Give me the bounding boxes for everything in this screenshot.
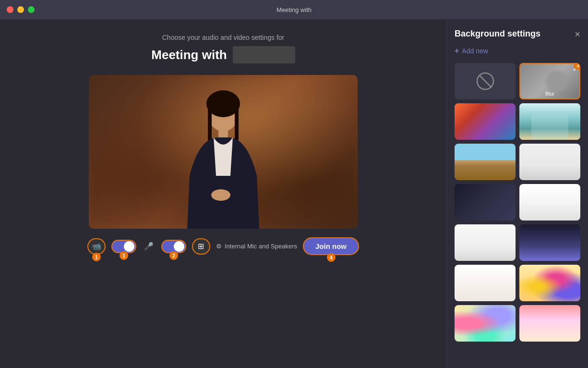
mic-icon: 🎤 [144, 242, 154, 251]
badge-1: 1 [92, 253, 101, 261]
bg-city-item[interactable] [519, 224, 580, 261]
plus-icon: + [455, 47, 459, 55]
meeting-title-text: Meeting with [151, 48, 227, 62]
bg-balloons-item[interactable] [519, 265, 580, 301]
video-preview [89, 75, 358, 229]
bg-office-item[interactable] [519, 103, 580, 140]
background-grid: 3 ✓ Blur [455, 63, 580, 342]
add-new-button[interactable]: + Add new [455, 47, 580, 55]
bg-none-item[interactable] [455, 63, 516, 99]
grid-icon: ⊞ [198, 242, 204, 251]
join-group: Join now 4 [303, 237, 359, 255]
camera-button[interactable]: 📹 [87, 238, 106, 255]
badge-1b: 1 [120, 251, 128, 260]
bg-minimal-item[interactable] [455, 224, 516, 261]
bg-header: Background settings × [455, 29, 580, 39]
no-background-icon [476, 72, 495, 91]
gear-icon: ⚙ [216, 243, 222, 250]
join-now-button[interactable]: Join now [303, 237, 359, 255]
center-panel: Choose your audio and video settings for… [0, 19, 446, 368]
camera-group: 📹 1 [87, 238, 106, 255]
mic-toggle-knob [174, 241, 184, 252]
camera-toggle-knob [124, 241, 134, 252]
controls-bar: 📹 1 1 🎤 2 [87, 237, 359, 255]
titlebar-buttons [7, 6, 35, 13]
add-new-label: Add new [462, 47, 488, 55]
meeting-name-field [233, 46, 295, 63]
audio-label: Internal Mic and Speakers [225, 243, 297, 250]
background-settings-panel: Background settings × + Add new 3 [446, 19, 588, 368]
bg-dark-room-item[interactable] [455, 184, 516, 221]
camera-icon: 📹 [92, 242, 101, 251]
window-title: Meeting with [276, 6, 312, 13]
bg-white-room-item[interactable] [455, 265, 516, 301]
bg-close-button[interactable]: × [575, 29, 580, 39]
blur-circle [546, 71, 567, 92]
audio-settings[interactable]: ⚙ Internal Mic and Speakers [216, 243, 297, 250]
react-group: ⊞ [192, 238, 210, 255]
svg-line-7 [479, 75, 492, 87]
bg-colorful2-item[interactable] [455, 305, 516, 342]
subtitle-text: Choose your audio and video settings for [162, 34, 285, 41]
bg-sunset-item[interactable] [519, 305, 580, 342]
badge-4: 4 [327, 253, 336, 262]
bg-bright-room-item[interactable] [519, 184, 580, 221]
person-silhouette [175, 89, 271, 229]
svg-rect-2 [208, 103, 212, 141]
camera-toggle-group: 1 [111, 240, 136, 253]
bg-panel-title: Background settings [455, 29, 540, 39]
meeting-title-row: Meeting with [151, 46, 295, 63]
mic-toggle-group: 2 [161, 240, 186, 253]
main-layout: Choose your audio and video settings for… [0, 19, 588, 368]
bg-modern-item[interactable] [519, 144, 580, 180]
svg-rect-4 [218, 129, 228, 138]
svg-rect-3 [235, 103, 239, 141]
minimize-button[interactable] [17, 6, 24, 13]
badge-2: 2 [169, 251, 178, 260]
svg-point-5 [211, 189, 230, 201]
bg-blur-item[interactable]: 3 ✓ Blur [519, 63, 580, 99]
bg-none-inner [455, 63, 516, 99]
bg-outdoor-item[interactable] [455, 144, 516, 180]
maximize-button[interactable] [28, 6, 35, 13]
close-button[interactable] [7, 6, 13, 13]
blur-label: Blur [520, 91, 579, 97]
react-button[interactable]: ⊞ [192, 238, 210, 255]
titlebar: Meeting with [0, 0, 588, 19]
bg-colorful-item[interactable] [455, 103, 516, 140]
